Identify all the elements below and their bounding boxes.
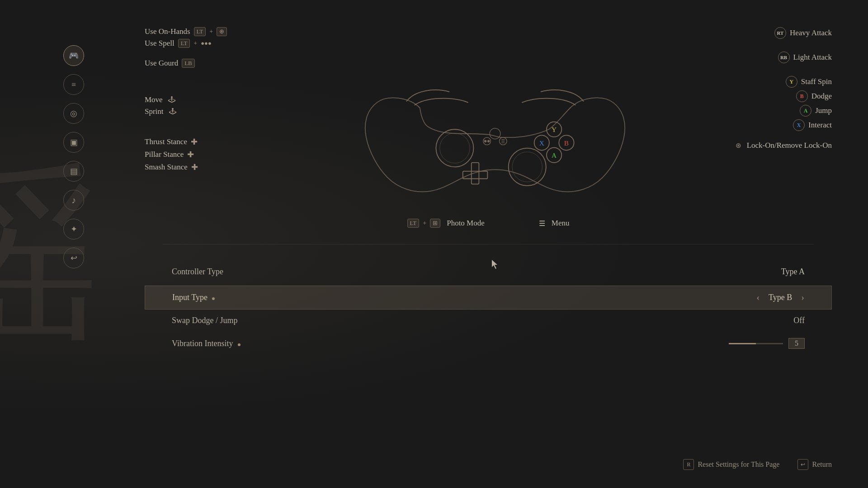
controller-type-value: Type A [781, 267, 805, 277]
label-text-smash-stance: Smash Stance [145, 163, 188, 172]
main-content: Use On-Hands LT + ⊕ Use Spell LT + ●●● U… [145, 27, 832, 461]
label-smash-stance: Smash Stance ✚ [145, 162, 276, 172]
label-text-thrust-stance: Thrust Stance [145, 137, 187, 146]
input-type-next-btn[interactable]: › [801, 292, 804, 303]
label-thrust-stance: Thrust Stance ✚ [145, 137, 276, 147]
screen-icon: ▤ [70, 166, 78, 176]
accessibility-icon: ✦ [71, 224, 77, 234]
label-menu: ☰ Menu [539, 219, 570, 228]
controller-icon: 🎮 [69, 51, 79, 61]
svg-text:X: X [539, 139, 544, 147]
btn-crosshair: ⊕ [217, 27, 227, 36]
controller-type-row: Controller Type Type A [145, 267, 832, 277]
label-text-heavy-attack: Heavy Attack [790, 28, 832, 38]
controller-diagram-area: Use On-Hands LT + ⊕ Use Spell LT + ●●● U… [145, 27, 832, 244]
btn-x-interact: X [793, 119, 805, 131]
input-type-row[interactable]: Input Type ‹ Type B › [145, 286, 832, 310]
label-text-use-on-hands: Use On-Hands [145, 27, 190, 36]
sidebar-item-hud[interactable]: ≡ [63, 74, 84, 95]
svg-point-6 [490, 128, 500, 139]
label-interact: X Interact [705, 119, 832, 131]
sidebar-item-accessibility[interactable]: ✦ [63, 219, 84, 239]
btn-rb-light: RB [778, 52, 790, 63]
label-pillar-stance: Pillar Stance ✚ [145, 150, 276, 160]
right-spacer-3 [705, 134, 832, 141]
spacer-3 [145, 119, 276, 137]
svg-text:Y: Y [552, 126, 557, 133]
display-icon: ▣ [70, 137, 78, 147]
btn-a-jump: A [800, 105, 811, 117]
controller-svg-area: Y B A X [271, 54, 719, 226]
target-icon: ◎ [70, 108, 77, 118]
return-btn-icon: ↩ [797, 459, 808, 470]
btn-lb: LB [182, 59, 195, 68]
audio-icon: ♪ [71, 195, 76, 206]
input-type-control: ‹ Type B › [756, 292, 804, 303]
sidebar-item-controller[interactable]: 🎮 [63, 45, 84, 66]
sidebar-item-screen[interactable]: ▤ [63, 161, 84, 182]
svg-point-0 [436, 129, 473, 167]
btn-view-photo: ⊞ [430, 219, 440, 228]
sidebar-item-audio[interactable]: ♪ [63, 190, 84, 211]
label-move: Move 🕹 [145, 95, 276, 104]
sprint-stick-icon: 🕹 [169, 108, 176, 116]
sidebar-item-target[interactable]: ◎ [63, 103, 84, 124]
input-type-dot [212, 297, 215, 300]
vibration-fill [729, 343, 756, 344]
bottom-controller-labels: LT + ⊞ Photo Mode ☰ Menu [145, 219, 832, 230]
menu-hamburger-icon: ☰ [539, 219, 545, 228]
input-type-prev-btn[interactable]: ‹ [756, 292, 760, 303]
label-text-lock-on: Lock-On/Remove Lock-On [747, 141, 832, 150]
vibration-label: Vibration Intensity [172, 339, 241, 348]
label-photo-mode: LT + ⊞ Photo Mode [407, 219, 485, 228]
right-spacer-2 [705, 66, 832, 76]
label-text-use-gourd: Use Gourd [145, 59, 178, 68]
label-text-interact: Interact [808, 121, 832, 130]
swap-dodge-value: Off [793, 316, 805, 325]
label-jump: A Jump [705, 105, 832, 117]
btn-y-staff: Y [786, 76, 797, 88]
vibration-dot [238, 343, 241, 346]
reset-btn-icon: R [683, 459, 694, 470]
label-text-use-spell: Use Spell [145, 39, 175, 48]
label-text-pillar-stance: Pillar Stance [145, 150, 184, 159]
settings-section: Controller Type Type A Input Type ‹ Type… [145, 258, 832, 355]
right-button-labels: RT Heavy Attack RB Light Attack Y Staff … [705, 27, 832, 153]
sidebar-item-display[interactable]: ▣ [63, 132, 84, 153]
swap-dodge-label: Swap Dodge / Jump [172, 316, 238, 325]
dpad-icon-pillar: ✚ [187, 150, 194, 160]
vibration-row[interactable]: Vibration Intensity 5 [145, 332, 832, 355]
sidebar-item-logout[interactable]: ↩ [63, 248, 84, 268]
spell-dots: ●●● [201, 40, 212, 47]
label-text-jump: Jump [815, 106, 832, 115]
left-button-labels: Use On-Hands LT + ⊕ Use Spell LT + ●●● U… [145, 27, 276, 175]
input-type-value: Type B [769, 293, 792, 302]
plus-sign-2: + [193, 40, 197, 47]
swap-dodge-row[interactable]: Swap Dodge / Jump Off [145, 310, 832, 332]
label-sprint: Sprint 🕹 [145, 107, 276, 116]
spacer-1 [145, 51, 276, 59]
label-use-spell: Use Spell LT + ●●● [145, 39, 276, 48]
reset-settings-button[interactable]: R Reset Settings for This Page [683, 459, 779, 470]
sidebar: 🎮 ≡ ◎ ▣ ▤ ♪ ✦ ↩ [63, 45, 84, 268]
btn-lt-spell: LT [178, 39, 190, 48]
return-label: Return [812, 460, 832, 469]
vibration-slider-container: 5 [729, 338, 805, 349]
label-text-photo-mode: Photo Mode [447, 219, 485, 228]
background-decoration: 謡 [0, 0, 99, 488]
controller-type-label: Controller Type [172, 267, 223, 277]
hud-icon: ≡ [71, 80, 76, 89]
lock-on-icon: ⊛ [736, 141, 741, 150]
vibration-track[interactable] [729, 343, 783, 344]
btn-lt-plus: LT [194, 27, 206, 36]
label-heavy-attack: RT Heavy Attack [705, 27, 832, 39]
return-button[interactable]: ↩ Return [797, 459, 832, 470]
footer: R Reset Settings for This Page ↩ Return [683, 459, 832, 470]
label-text-light-attack: Light Attack [793, 53, 832, 62]
label-text-menu: Menu [552, 219, 570, 228]
dpad-icon-thrust: ✚ [191, 137, 198, 147]
label-text-sprint: Sprint [145, 107, 164, 116]
plus-sign-1: + [209, 28, 213, 35]
label-lock-on: ⊛ Lock-On/Remove Lock-On [705, 141, 832, 150]
plus-sign-photo: + [423, 220, 426, 227]
